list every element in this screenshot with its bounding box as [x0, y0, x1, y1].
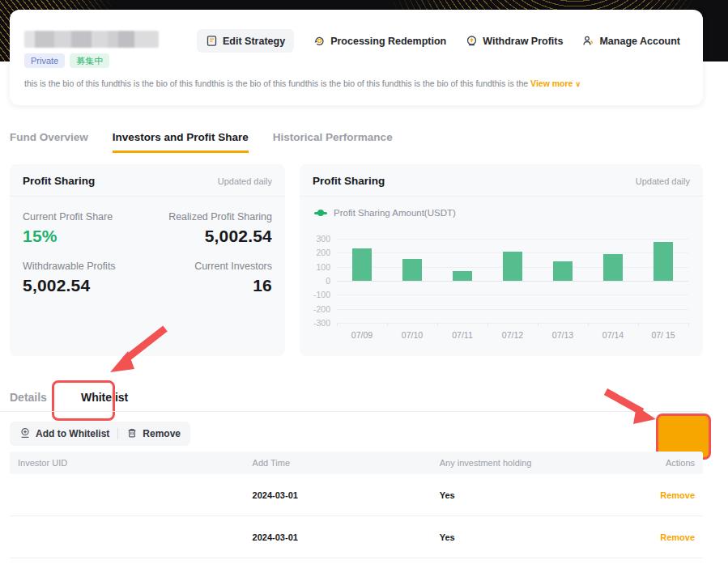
chart-xtick-label: 07/13 — [552, 330, 573, 340]
withdrawable-profits-value: 5,002.54 — [23, 276, 147, 295]
chart-ytick-label: -100 — [304, 290, 330, 299]
chart-ytick-label: 200 — [304, 248, 330, 257]
chart-bar[interactable] — [503, 252, 522, 281]
chart-axis-tick — [588, 323, 589, 326]
fund-bio: this is the bio of this fundthis is the … — [24, 78, 687, 88]
chart-axis-tick — [437, 323, 438, 326]
edit-strategy-button[interactable]: Edit Strategy — [197, 29, 294, 53]
recruiting-badge: 募集中 — [70, 53, 109, 68]
row-remove-link[interactable]: Remove — [660, 490, 695, 500]
stat-realized-profit-sharing: Realized Profit Sharing 5,002.54 — [147, 211, 272, 246]
add-to-whitelist-label: Add to Whitelist — [36, 428, 109, 439]
tab-fund-overview[interactable]: Fund Overview — [10, 131, 88, 153]
chart-bar[interactable] — [453, 271, 472, 281]
chart-bar[interactable] — [653, 242, 673, 281]
col-add-time: Add Time — [253, 458, 440, 468]
manage-account-button[interactable]: Manage Account — [582, 35, 680, 47]
toggle-knob — [681, 429, 693, 441]
chart-xtick-label: 07/12 — [502, 330, 523, 340]
chart-gridline — [337, 239, 688, 240]
chart-axis-tick — [688, 323, 689, 326]
stat-withdrawable-profits: Withdrawable Profits 5,002.54 — [23, 261, 147, 295]
chart-ytick-label: 100 — [304, 262, 330, 272]
chart-bar[interactable] — [603, 254, 623, 281]
chart-bar[interactable] — [402, 259, 422, 281]
chart-card-header: Profit Sharing Updated daily — [300, 164, 703, 197]
whitelist-toggle[interactable] — [667, 427, 695, 443]
legend-label: Profit Sharing Amount(USDT) — [334, 208, 456, 218]
holding-cell: Yes — [440, 490, 634, 500]
sub-tabs: Details Whitelist — [10, 391, 128, 404]
manage-account-icon — [582, 35, 594, 47]
row-remove-link[interactable]: Remove — [660, 532, 695, 542]
processing-redemption-label: Processing Redemption — [330, 36, 446, 47]
annotation-arrow-toggle — [598, 385, 666, 427]
withdraw-profits-button[interactable]: Withdraw Profits — [466, 35, 563, 47]
table-header-row: Investor UID Add Time Any investment hol… — [10, 452, 703, 474]
chart-xtick-label: 07/10 — [402, 330, 423, 340]
chart-legend[interactable]: Profit Sharing Amount(USDT) — [300, 197, 703, 218]
current-profit-share-value: 15% — [23, 227, 147, 246]
processing-redemption-button[interactable]: Processing Redemption — [313, 35, 446, 47]
chart-ytick-label: -300 — [304, 318, 330, 328]
stats-card-header: Profit Sharing Updated daily — [10, 164, 285, 197]
main-tabs: Fund Overview Investors and Profit Share… — [10, 131, 393, 153]
chart-gridline — [337, 295, 688, 295]
tab-whitelist[interactable]: Whitelist — [81, 391, 128, 404]
private-badge: Private — [24, 53, 65, 68]
chart-xtick-label: 07/14 — [602, 330, 624, 340]
chart-card-updated: Updated daily — [636, 176, 690, 186]
add-time-cell: 2024-03-01 — [253, 490, 440, 500]
tab-investors-and-profit-share[interactable]: Investors and Profit Share — [113, 131, 249, 153]
current-investors-value: 16 — [147, 276, 272, 295]
add-time-cell: 2024-03-01 — [253, 532, 440, 542]
header-actions: Edit Strategy Processing Redemption With… — [197, 29, 680, 53]
withdraw-profits-icon — [466, 35, 478, 47]
withdraw-profits-label: Withdraw Profits — [483, 36, 563, 47]
remove-button-label: Remove — [143, 428, 181, 439]
profit-sharing-stats-card: Profit Sharing Updated daily Current Pro… — [10, 164, 285, 356]
col-actions: Actions — [633, 458, 703, 468]
chart-xtick-label: 07/ 15 — [651, 330, 675, 340]
col-any-investment-holding: Any investment holding — [440, 458, 634, 468]
chart-axis-tick — [337, 323, 338, 326]
chart-axis-tick — [487, 323, 488, 326]
chart-bar[interactable] — [553, 261, 573, 281]
chart-bar[interactable] — [352, 248, 372, 281]
manage-account-label: Manage Account — [599, 36, 680, 47]
tab-historical-performance[interactable]: Historical Performance — [273, 131, 393, 153]
legend-line-dot-icon — [314, 212, 327, 214]
trash-icon — [126, 427, 138, 441]
profit-sharing-chart-card: Profit Sharing Updated daily Profit Shar… — [300, 164, 703, 356]
whitelist-table: Investor UID Add Time Any investment hol… — [10, 452, 703, 558]
chart-card-title: Profit Sharing — [313, 175, 385, 187]
tab-details[interactable]: Details — [10, 391, 47, 404]
stats-card-updated: Updated daily — [218, 176, 272, 186]
chart-xtick-label: 07/09 — [351, 330, 373, 340]
chart-ytick-label: -200 — [304, 304, 330, 314]
fund-name-redacted — [24, 31, 159, 48]
chart-gridline — [337, 281, 688, 282]
realized-profit-sharing-value: 5,002.54 — [147, 227, 272, 246]
toolbar-divider — [117, 428, 118, 439]
chart-gridline — [337, 309, 688, 310]
stat-current-profit-share: Current Profit Share 15% — [23, 211, 147, 246]
table-row: 2024-03-01 Yes Remove — [10, 474, 703, 516]
stats-card-title: Profit Sharing — [23, 175, 95, 187]
chart-axis-tick — [538, 323, 539, 326]
chart-plot: 3002001000-100-200-30007/0907/1007/1107/… — [337, 239, 688, 323]
whitelist-toolbar: Add to Whitelist Remove — [10, 422, 190, 446]
chart-gridline — [337, 323, 688, 324]
remove-button[interactable]: Remove — [126, 427, 181, 441]
chart-ytick-label: 300 — [304, 234, 330, 244]
edit-strategy-icon — [206, 35, 218, 47]
add-to-whitelist-button[interactable]: Add to Whitelist — [19, 427, 109, 441]
view-more-link[interactable]: View more ∨ — [530, 78, 581, 88]
chart-ytick-label: 0 — [304, 276, 330, 286]
fund-badges: Private 募集中 — [24, 53, 109, 68]
stat-current-investors: Current Investors 16 — [147, 261, 272, 295]
chevron-down-icon: ∨ — [575, 80, 581, 88]
chart-axis-tick — [638, 323, 639, 326]
processing-redemption-icon — [313, 35, 326, 47]
holding-cell: Yes — [440, 532, 634, 542]
